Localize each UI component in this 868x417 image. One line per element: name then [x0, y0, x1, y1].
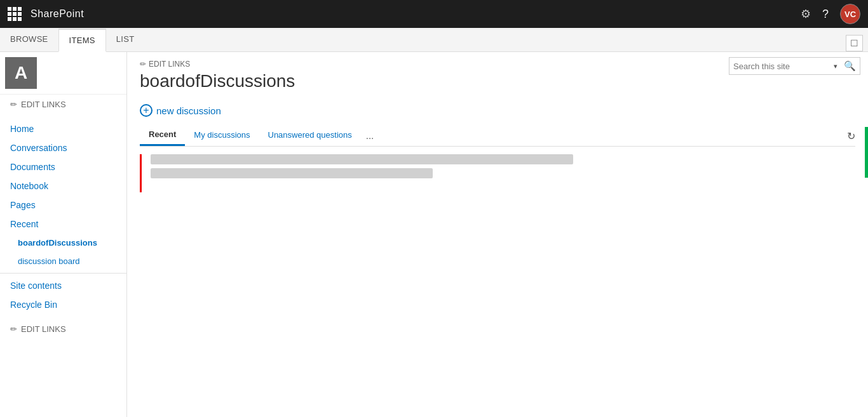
tab-more[interactable]: ... [361, 125, 379, 146]
settings-icon[interactable]: ⚙ [801, 7, 811, 21]
tab-browse[interactable]: BROWSE [0, 28, 58, 51]
sidebar-edit-links-bottom[interactable]: ✏ EDIT LINKS [0, 319, 126, 339]
search-input[interactable] [729, 62, 831, 71]
search-bar: ▾ 🔍 [729, 57, 860, 75]
sidebar-item-recyclebin[interactable]: Recycle Bin [0, 295, 126, 314]
sidebar-item-recent[interactable]: Recent [0, 215, 126, 234]
sidebar-edit-links-top[interactable]: ✏ EDIT LINKS [0, 95, 126, 114]
user-avatar[interactable]: VC [840, 4, 860, 24]
sidebar-divider [0, 273, 126, 274]
sidebar-item-documents[interactable]: Documents [0, 157, 126, 176]
main-layout: A ✏ EDIT LINKS Home Conversations Docume… [0, 52, 868, 417]
plus-icon: + [140, 104, 153, 117]
search-dropdown-button[interactable]: ▾ [831, 62, 840, 70]
item-meta-blur [151, 168, 433, 178]
new-discussion-button[interactable]: + new discussion [140, 99, 221, 124]
sidebar-header: A [0, 52, 126, 95]
tab-items[interactable]: ITEMS [58, 29, 106, 52]
top-nav-right: ⚙ ? VC [801, 4, 860, 24]
pencil-icon-content: ✏ [140, 60, 146, 69]
ribbon-tabs: BROWSE ITEMS LIST [0, 28, 144, 51]
ribbon: BROWSE ITEMS LIST ☐ [0, 28, 868, 52]
top-nav: SharePoint ⚙ ? VC [0, 0, 868, 28]
sidebar-item-sitecontents[interactable]: Site contents [0, 276, 126, 295]
app-title: SharePoint [31, 8, 84, 20]
search-go-button[interactable]: 🔍 [840, 60, 860, 72]
waffle-icon[interactable] [8, 7, 22, 21]
discussion-item [140, 154, 855, 192]
sidebar-nav: Home Conversations Documents Notebook Pa… [0, 114, 126, 319]
content-edit-links[interactable]: ✏ EDIT LINKS [140, 60, 190, 69]
sidebar-item-pages[interactable]: Pages [0, 195, 126, 215]
content-area: ▾ 🔍 ✏ EDIT LINKS boardofDiscussions + ne… [127, 52, 868, 417]
pencil-icon: ✏ [10, 100, 17, 109]
sidebar-item-home[interactable]: Home [0, 119, 126, 138]
sidebar-item-notebook[interactable]: Notebook [0, 176, 126, 195]
sidebar-item-discussionboard[interactable]: discussion board [0, 252, 126, 270]
sidebar-item-boardofdiscussions[interactable]: boardofDiscussions [0, 234, 126, 252]
new-discussion-label: new discussion [156, 105, 221, 116]
sidebar-item-conversations[interactable]: Conversations [0, 138, 126, 157]
right-accent-bar [865, 127, 868, 178]
pencil-icon-bottom: ✏ [10, 324, 17, 334]
search-bar-wrapper: ▾ 🔍 [721, 52, 868, 80]
ribbon-right: ☐ [846, 35, 868, 51]
focus-button[interactable]: ☐ [846, 35, 863, 51]
discussion-tabs: Recent My discussions Unanswered questio… [140, 124, 855, 147]
item-title-blur [151, 154, 573, 164]
refresh-button[interactable]: ↻ [847, 130, 855, 142]
item-border-highlight [140, 154, 142, 192]
tab-mydiscussions[interactable]: My discussions [185, 125, 259, 146]
tab-list[interactable]: LIST [106, 28, 145, 51]
item-content [151, 154, 855, 192]
tab-unanswered[interactable]: Unanswered questions [259, 125, 361, 146]
site-logo: A [5, 57, 37, 89]
discussion-area: + new discussion Recent My discussions U… [127, 99, 868, 192]
top-nav-left: SharePoint [8, 7, 84, 21]
sidebar: A ✏ EDIT LINKS Home Conversations Docume… [0, 52, 127, 417]
tab-recent[interactable]: Recent [140, 124, 185, 146]
help-icon[interactable]: ? [822, 8, 829, 21]
